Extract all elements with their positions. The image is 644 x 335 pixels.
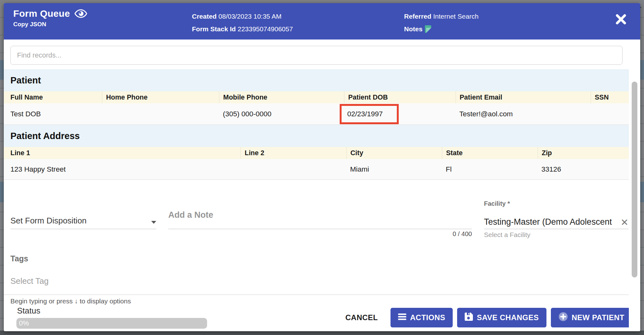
copy-json-link[interactable]: Copy JSON xyxy=(13,21,87,28)
dob-highlight-box: 02/23/1997 xyxy=(340,104,399,124)
preview-eye-icon[interactable] xyxy=(75,9,87,18)
facility-value: Testing-Master (Demo Adolescent xyxy=(484,217,612,227)
cell-patient-dob: 02/23/1997 xyxy=(344,103,456,125)
col-line1: Line 1 xyxy=(4,147,241,159)
cell-home-phone xyxy=(102,103,219,125)
form-disposition-select[interactable]: Set Form Disposition xyxy=(10,215,156,229)
menu-icon xyxy=(398,313,406,322)
dob-value: 02/23/1997 xyxy=(347,110,383,118)
new-patient-button[interactable]: NEW PATIENT xyxy=(551,308,632,327)
address-table-row[interactable]: 123 Happy Street Miami Fl 33126 xyxy=(4,159,640,180)
col-home-phone: Home Phone xyxy=(102,91,219,103)
address-section-title: Patient Address xyxy=(4,125,640,147)
modal-title: Form Queue xyxy=(13,8,70,19)
status-progress-bar: 0% xyxy=(16,318,207,329)
scrollbar-thumb[interactable] xyxy=(632,82,637,277)
actions-button-label: ACTIONS xyxy=(410,313,445,322)
col-zip: Zip xyxy=(538,147,640,159)
created-label: Created xyxy=(192,13,217,20)
status-progress-value: 0% xyxy=(16,318,207,329)
cell-state: Fl xyxy=(442,159,538,180)
referred-value: Internet Search xyxy=(433,13,479,20)
referred-label: Referred xyxy=(404,13,431,20)
form-stack-id-label: Form Stack Id xyxy=(192,25,236,33)
col-patient-email: Patient Email xyxy=(456,91,591,103)
col-patient-dob: Patient DOB xyxy=(344,91,456,103)
cancel-button[interactable]: CANCEL xyxy=(345,313,378,322)
tags-label: Tags xyxy=(10,254,640,264)
col-city: City xyxy=(346,147,442,159)
add-note-field[interactable]: Add a Note xyxy=(168,215,472,229)
footer-actions: CANCEL ACTIONS xyxy=(345,308,632,327)
close-icon[interactable] xyxy=(615,13,627,25)
cell-zip: 33126 xyxy=(538,159,640,180)
backdrop-bottom-band xyxy=(0,331,644,335)
cell-line2 xyxy=(241,159,346,180)
created-value: 08/03/2023 10:35 AM xyxy=(218,13,282,20)
col-line2: Line 2 xyxy=(241,147,346,159)
form-disposition-label: Set Form Disposition xyxy=(10,216,86,226)
cell-patient-email: Tester!@aol.com xyxy=(456,103,591,125)
notes-label: Notes xyxy=(404,25,422,33)
new-patient-button-label: NEW PATIENT xyxy=(572,313,624,322)
col-full-name: Full Name xyxy=(4,91,102,103)
save-icon xyxy=(465,313,473,323)
cell-city: Miami xyxy=(346,159,442,180)
modal-header: Form Queue Copy JSON Created 08/03/2023 … xyxy=(4,3,640,40)
patient-section-title: Patient xyxy=(4,69,640,91)
save-changes-button[interactable]: SAVE CHANGES xyxy=(457,308,546,327)
form-queue-modal: Form Queue Copy JSON Created 08/03/2023 … xyxy=(4,3,640,331)
add-note-placeholder: Add a Note xyxy=(168,210,213,220)
col-state: State xyxy=(442,147,538,159)
patient-table-header: Full Name Home Phone Mobile Phone Patien… xyxy=(4,91,640,103)
scrollbar-track xyxy=(629,40,640,331)
bottom-row: Status 0% CANCEL ACTIONS xyxy=(4,306,640,331)
cell-line1: 123 Happy Street xyxy=(4,159,241,180)
header-referred-block: Referred Internet Search Notes xyxy=(404,10,479,35)
form-stack-id-value: 223395074906057 xyxy=(238,25,293,33)
plus-icon xyxy=(558,312,568,323)
tags-helper-text: Begin typing or press ↓ to display optio… xyxy=(4,295,640,305)
clear-facility-icon[interactable]: ✕ xyxy=(621,218,629,227)
status-label: Status xyxy=(17,306,40,316)
tag-select-input[interactable]: Select Tag xyxy=(10,276,640,286)
modal-content: Patient Full Name Home Phone Mobile Phon… xyxy=(4,40,640,331)
address-table-header: Line 1 Line 2 City State Zip xyxy=(4,147,640,159)
col-mobile-phone: Mobile Phone xyxy=(219,91,344,103)
save-changes-button-label: SAVE CHANGES xyxy=(477,313,539,322)
facility-label: Facility * xyxy=(484,200,510,207)
patient-table-row[interactable]: Test DOB (305) 000-0000 02/23/1997 Teste… xyxy=(4,103,640,125)
chevron-down-icon xyxy=(151,221,156,224)
cell-mobile-phone: (305) 000-0000 xyxy=(219,103,344,125)
header-created-block: Created 08/03/2023 10:35 AM Form Stack I… xyxy=(192,10,293,35)
cell-full-name: Test DOB xyxy=(4,103,102,125)
search-input[interactable] xyxy=(10,46,623,65)
form-controls-row: Set Form Disposition Add a Note 0 / 400 … xyxy=(4,180,640,238)
note-char-counter: 0 / 400 xyxy=(168,230,472,238)
note-icon[interactable] xyxy=(425,25,431,33)
facility-hint: Select a Facility xyxy=(484,231,530,239)
actions-button[interactable]: ACTIONS xyxy=(391,308,453,327)
facility-select[interactable]: Testing-Master (Demo Adolescent ✕ xyxy=(484,215,629,229)
